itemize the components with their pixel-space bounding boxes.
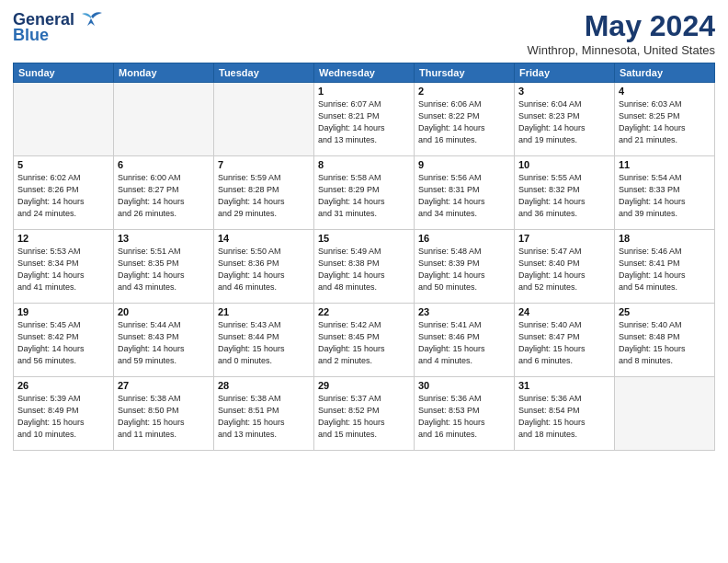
day-number: 30 xyxy=(418,380,510,391)
day-number: 29 xyxy=(318,380,410,391)
calendar-cell: 22Sunrise: 5:42 AM Sunset: 8:45 PM Dayli… xyxy=(314,304,415,377)
calendar-cell xyxy=(214,83,314,156)
calendar-cell: 23Sunrise: 5:41 AM Sunset: 8:46 PM Dayli… xyxy=(415,304,515,377)
col-monday: Monday xyxy=(114,63,214,83)
logo-bird-icon xyxy=(78,9,104,29)
calendar-cell: 20Sunrise: 5:44 AM Sunset: 8:43 PM Dayli… xyxy=(114,304,214,377)
col-tuesday: Tuesday xyxy=(214,63,314,83)
calendar-cell: 15Sunrise: 5:49 AM Sunset: 8:38 PM Dayli… xyxy=(314,230,415,304)
day-number: 6 xyxy=(118,159,210,170)
calendar-cell: 13Sunrise: 5:51 AM Sunset: 8:35 PM Dayli… xyxy=(114,230,214,304)
col-friday: Friday xyxy=(515,63,615,83)
day-number: 20 xyxy=(118,306,210,317)
calendar-cell: 5Sunrise: 6:02 AM Sunset: 8:26 PM Daylig… xyxy=(14,156,114,230)
calendar-cell: 12Sunrise: 5:53 AM Sunset: 8:34 PM Dayli… xyxy=(14,230,114,304)
day-number: 23 xyxy=(418,306,510,317)
day-number: 25 xyxy=(619,306,711,317)
cell-info: Sunrise: 6:00 AM Sunset: 8:27 PM Dayligh… xyxy=(118,172,210,220)
cell-info: Sunrise: 5:50 AM Sunset: 8:36 PM Dayligh… xyxy=(218,246,310,293)
cell-info: Sunrise: 5:40 AM Sunset: 8:47 PM Dayligh… xyxy=(518,319,610,367)
cell-info: Sunrise: 5:45 AM Sunset: 8:42 PM Dayligh… xyxy=(17,319,109,367)
calendar-cell: 19Sunrise: 5:45 AM Sunset: 8:42 PM Dayli… xyxy=(14,304,114,377)
cell-info: Sunrise: 5:38 AM Sunset: 8:50 PM Dayligh… xyxy=(118,393,210,441)
day-number: 17 xyxy=(518,233,610,244)
day-number: 8 xyxy=(318,159,410,170)
cell-info: Sunrise: 5:44 AM Sunset: 8:43 PM Dayligh… xyxy=(118,319,210,367)
location: Winthrop, Minnesota, United States xyxy=(528,43,716,57)
col-thursday: Thursday xyxy=(415,63,515,83)
cell-info: Sunrise: 5:48 AM Sunset: 8:39 PM Dayligh… xyxy=(418,246,510,293)
day-number: 1 xyxy=(318,86,410,97)
day-number: 18 xyxy=(619,233,711,244)
cell-info: Sunrise: 5:49 AM Sunset: 8:38 PM Dayligh… xyxy=(318,246,410,293)
calendar-cell: 30Sunrise: 5:36 AM Sunset: 8:53 PM Dayli… xyxy=(415,377,515,451)
day-number: 26 xyxy=(17,380,109,391)
day-number: 5 xyxy=(17,159,109,170)
header: General Blue May 2024 Winthrop, Minnesot… xyxy=(13,9,715,57)
day-number: 13 xyxy=(118,233,210,244)
cell-info: Sunrise: 5:56 AM Sunset: 8:31 PM Dayligh… xyxy=(418,172,510,220)
cell-info: Sunrise: 6:06 AM Sunset: 8:22 PM Dayligh… xyxy=(418,98,510,146)
cell-info: Sunrise: 5:43 AM Sunset: 8:44 PM Dayligh… xyxy=(218,319,310,367)
month-title: May 2024 xyxy=(528,9,716,43)
calendar-cell xyxy=(14,83,114,156)
cell-info: Sunrise: 5:41 AM Sunset: 8:46 PM Dayligh… xyxy=(418,319,510,367)
calendar-cell: 1Sunrise: 6:07 AM Sunset: 8:21 PM Daylig… xyxy=(314,83,415,156)
calendar-cell: 2Sunrise: 6:06 AM Sunset: 8:22 PM Daylig… xyxy=(415,83,515,156)
day-number: 4 xyxy=(619,86,711,97)
cell-info: Sunrise: 5:40 AM Sunset: 8:48 PM Dayligh… xyxy=(619,319,711,367)
day-number: 24 xyxy=(518,306,610,317)
cell-info: Sunrise: 6:04 AM Sunset: 8:23 PM Dayligh… xyxy=(518,98,610,146)
calendar-cell: 16Sunrise: 5:48 AM Sunset: 8:39 PM Dayli… xyxy=(415,230,515,304)
cell-info: Sunrise: 5:36 AM Sunset: 8:54 PM Dayligh… xyxy=(518,393,610,441)
cell-info: Sunrise: 6:07 AM Sunset: 8:21 PM Dayligh… xyxy=(318,98,410,146)
cell-info: Sunrise: 5:59 AM Sunset: 8:28 PM Dayligh… xyxy=(218,172,310,220)
cell-info: Sunrise: 5:51 AM Sunset: 8:35 PM Dayligh… xyxy=(118,246,210,293)
cell-info: Sunrise: 6:02 AM Sunset: 8:26 PM Dayligh… xyxy=(17,172,109,220)
cell-info: Sunrise: 5:42 AM Sunset: 8:45 PM Dayligh… xyxy=(318,319,410,367)
day-number: 19 xyxy=(17,306,109,317)
logo: General Blue xyxy=(13,9,104,45)
calendar-week-4: 19Sunrise: 5:45 AM Sunset: 8:42 PM Dayli… xyxy=(14,304,715,377)
cell-info: Sunrise: 5:36 AM Sunset: 8:53 PM Dayligh… xyxy=(418,393,510,441)
day-number: 21 xyxy=(218,306,310,317)
calendar-week-2: 5Sunrise: 6:02 AM Sunset: 8:26 PM Daylig… xyxy=(14,156,715,230)
calendar-cell: 27Sunrise: 5:38 AM Sunset: 8:50 PM Dayli… xyxy=(114,377,214,451)
calendar-cell: 10Sunrise: 5:55 AM Sunset: 8:32 PM Dayli… xyxy=(515,156,615,230)
calendar-cell xyxy=(615,377,715,451)
calendar-cell xyxy=(114,83,214,156)
cell-info: Sunrise: 5:39 AM Sunset: 8:49 PM Dayligh… xyxy=(17,393,109,441)
cell-info: Sunrise: 5:53 AM Sunset: 8:34 PM Dayligh… xyxy=(17,246,109,293)
calendar-cell: 17Sunrise: 5:47 AM Sunset: 8:40 PM Dayli… xyxy=(515,230,615,304)
calendar-cell: 11Sunrise: 5:54 AM Sunset: 8:33 PM Dayli… xyxy=(615,156,715,230)
col-saturday: Saturday xyxy=(615,63,715,83)
day-number: 28 xyxy=(218,380,310,391)
cell-info: Sunrise: 6:03 AM Sunset: 8:25 PM Dayligh… xyxy=(619,98,711,146)
day-number: 31 xyxy=(518,380,610,391)
calendar-week-1: 1Sunrise: 6:07 AM Sunset: 8:21 PM Daylig… xyxy=(14,83,715,156)
col-wednesday: Wednesday xyxy=(314,63,415,83)
cell-info: Sunrise: 5:54 AM Sunset: 8:33 PM Dayligh… xyxy=(619,172,711,220)
cell-info: Sunrise: 5:46 AM Sunset: 8:41 PM Dayligh… xyxy=(619,246,711,293)
day-number: 27 xyxy=(118,380,210,391)
day-number: 10 xyxy=(518,159,610,170)
calendar-cell: 8Sunrise: 5:58 AM Sunset: 8:29 PM Daylig… xyxy=(314,156,415,230)
calendar-cell: 9Sunrise: 5:56 AM Sunset: 8:31 PM Daylig… xyxy=(415,156,515,230)
calendar-week-3: 12Sunrise: 5:53 AM Sunset: 8:34 PM Dayli… xyxy=(14,230,715,304)
calendar-cell: 14Sunrise: 5:50 AM Sunset: 8:36 PM Dayli… xyxy=(214,230,314,304)
day-number: 12 xyxy=(17,233,109,244)
calendar-cell: 6Sunrise: 6:00 AM Sunset: 8:27 PM Daylig… xyxy=(114,156,214,230)
day-number: 11 xyxy=(619,159,711,170)
calendar-cell: 25Sunrise: 5:40 AM Sunset: 8:48 PM Dayli… xyxy=(615,304,715,377)
cell-info: Sunrise: 5:38 AM Sunset: 8:51 PM Dayligh… xyxy=(218,393,310,441)
day-number: 14 xyxy=(218,233,310,244)
calendar-cell: 26Sunrise: 5:39 AM Sunset: 8:49 PM Dayli… xyxy=(14,377,114,451)
cell-info: Sunrise: 5:58 AM Sunset: 8:29 PM Dayligh… xyxy=(318,172,410,220)
calendar-cell: 29Sunrise: 5:37 AM Sunset: 8:52 PM Dayli… xyxy=(314,377,415,451)
day-number: 3 xyxy=(518,86,610,97)
calendar-cell: 18Sunrise: 5:46 AM Sunset: 8:41 PM Dayli… xyxy=(615,230,715,304)
calendar-header-row: Sunday Monday Tuesday Wednesday Thursday… xyxy=(14,63,715,83)
calendar-cell: 21Sunrise: 5:43 AM Sunset: 8:44 PM Dayli… xyxy=(214,304,314,377)
day-number: 9 xyxy=(418,159,510,170)
calendar-cell: 24Sunrise: 5:40 AM Sunset: 8:47 PM Dayli… xyxy=(515,304,615,377)
